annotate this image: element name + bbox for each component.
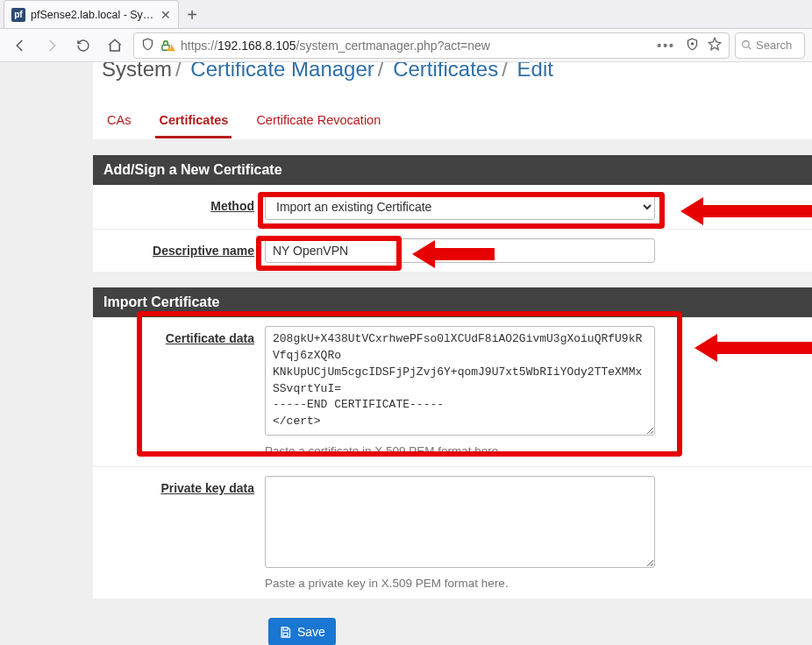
tab-cas[interactable]: CAs <box>103 106 134 138</box>
breadcrumb: System/ Certificate Manager/ Certificate… <box>93 62 812 90</box>
tab-certificates[interactable]: Certificates <box>155 106 231 138</box>
method-label: Method <box>100 194 265 220</box>
browser-nav-bar: https://192.168.8.105/system_certmanager… <box>0 29 812 62</box>
save-icon <box>279 626 292 639</box>
key-data-label: Private key data <box>100 476 265 495</box>
lock-warning-icon[interactable] <box>160 39 175 53</box>
pfsense-favicon: pf <box>11 8 25 22</box>
tracking-shield-icon[interactable] <box>141 38 154 53</box>
bookmark-star-icon[interactable] <box>708 37 722 53</box>
panel-import: Import Certificate Certificate data Past… <box>93 287 812 599</box>
panel-add-sign: Add/Sign a New Certificate Method Import… <box>93 155 812 272</box>
save-button[interactable]: Save <box>268 618 336 645</box>
new-tab-button[interactable]: + <box>179 2 205 28</box>
url-bar[interactable]: https://192.168.8.105/system_certmanager… <box>133 32 730 59</box>
cert-data-help: Paste a certificate in X.509 PEM format … <box>265 444 805 457</box>
reload-button[interactable] <box>70 32 96 59</box>
tab-close-icon[interactable]: ✕ <box>160 8 171 22</box>
browser-tab-bar: pf pfSense2.lab.local - System: Ce ✕ + <box>0 0 812 29</box>
page-viewport: System/ Certificate Manager/ Certificate… <box>0 62 812 645</box>
breadcrumb-l2[interactable]: Certificates <box>393 62 498 81</box>
page-actions-icon[interactable]: ••• <box>657 39 675 53</box>
svg-point-1 <box>692 42 694 44</box>
descriptive-name-label: Descriptive name <box>100 238 265 263</box>
home-button[interactable] <box>102 32 128 59</box>
method-select[interactable]: Import an existing Certificate <box>265 194 655 220</box>
tab-revocation[interactable]: Certificate Revocation <box>253 106 384 138</box>
cert-data-textarea[interactable] <box>265 326 655 436</box>
browser-tab[interactable]: pf pfSense2.lab.local - System: Ce ✕ <box>4 0 179 28</box>
page-tabs: CAs Certificates Certificate Revocation <box>93 90 812 139</box>
key-data-help: Paste a private key in X.509 PEM format … <box>265 577 805 590</box>
browser-search-box[interactable]: Search <box>735 32 805 59</box>
descriptive-name-input[interactable] <box>265 238 655 263</box>
breadcrumb-l3[interactable]: Edit <box>517 62 553 81</box>
url-text: https://192.168.8.105/system_certmanager… <box>181 39 490 53</box>
forward-button[interactable] <box>39 32 65 59</box>
svg-rect-3 <box>283 633 288 636</box>
svg-point-2 <box>743 41 750 48</box>
cert-data-label: Certificate data <box>100 326 265 345</box>
search-icon <box>741 39 752 51</box>
tab-title: pfSense2.lab.local - System: Ce <box>31 9 155 21</box>
back-button[interactable] <box>7 32 33 59</box>
key-data-textarea[interactable] <box>265 476 655 568</box>
reader-shield-icon[interactable] <box>686 38 699 53</box>
breadcrumb-l1[interactable]: Certificate Manager <box>190 62 374 81</box>
panel-import-header: Import Certificate <box>93 287 812 317</box>
breadcrumb-root: System <box>102 62 172 81</box>
panel-add-sign-header: Add/Sign a New Certificate <box>93 155 812 185</box>
